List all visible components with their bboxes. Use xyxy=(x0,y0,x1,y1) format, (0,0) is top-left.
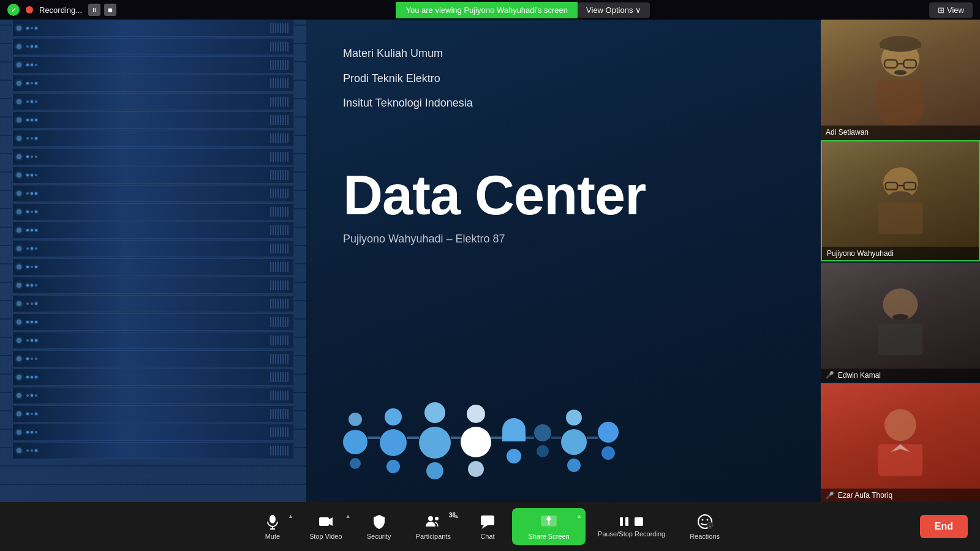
svg-point-6 xyxy=(894,70,907,75)
server-slot xyxy=(12,38,294,55)
participants-icon xyxy=(424,513,442,530)
server-slot xyxy=(12,56,294,73)
video-icon xyxy=(317,513,334,530)
end-button[interactable]: End xyxy=(920,515,968,538)
dot-group-3 xyxy=(419,402,451,479)
server-slot xyxy=(12,93,294,110)
dot-group-1 xyxy=(343,413,368,469)
share-screen-label: Share Screen xyxy=(528,533,569,540)
stop-video-button[interactable]: Stop Video ▲ xyxy=(297,508,355,545)
participant-tile-adi: Adi Setiawan xyxy=(821,20,980,139)
participant-panel: Adi Setiawan Pujiyono Wahyuhadi xyxy=(821,20,980,502)
participants-button[interactable]: 36 Participants ▲ xyxy=(404,508,463,545)
recording-dot xyxy=(26,6,33,13)
security-icon xyxy=(371,513,388,530)
server-slot xyxy=(12,222,294,239)
participants-caret[interactable]: ▲ xyxy=(454,513,459,519)
server-slot xyxy=(12,332,294,349)
svg-point-26 xyxy=(428,516,433,521)
svg-point-38 xyxy=(706,519,708,521)
screen-sharing-banner: You are viewing Pujiyono Wahyuhadi's scr… xyxy=(396,2,578,18)
video-caret[interactable]: ▲ xyxy=(345,513,351,519)
server-slot xyxy=(12,20,294,37)
server-slot xyxy=(12,387,294,404)
svg-point-27 xyxy=(435,517,439,520)
pause-recording-btn[interactable]: ⏸ xyxy=(88,4,100,16)
svg-point-37 xyxy=(701,519,703,521)
participant-name-bar-ezar: 🎤 Ezar Aufa Thoriq xyxy=(821,489,980,502)
reactions-icon: + xyxy=(696,513,714,530)
server-rack-panel xyxy=(0,20,306,502)
dot-group-2 xyxy=(380,408,407,473)
dot-group-6 xyxy=(534,424,551,457)
participant-name-ezar: Ezar Aufa Thoriq xyxy=(838,491,892,500)
pause-stop-recording-button[interactable]: Pause/Stop Recording xyxy=(586,511,677,542)
svg-rect-28 xyxy=(481,515,494,525)
top-bar-right: ⊞ View xyxy=(929,2,973,18)
share-screen-icon xyxy=(540,513,557,530)
security-label: Security xyxy=(367,533,391,540)
slide-subtitle-lines: Materi Kuliah Umum Prodi Teknik Elektro … xyxy=(343,44,473,119)
slide-line2: Prodi Teknik Elektro xyxy=(343,69,473,88)
slide-main-title: Data Center xyxy=(343,168,646,223)
server-slot xyxy=(12,203,294,220)
security-button[interactable]: Security xyxy=(355,508,404,545)
network-decoration xyxy=(343,404,845,478)
view-button[interactable]: ⊞ View xyxy=(929,2,973,18)
participant-name-edwin: Edwin Kamal xyxy=(838,371,881,380)
participant-name-bar-adi: Adi Setiawan xyxy=(821,126,980,139)
server-slot xyxy=(12,130,294,147)
slide-line3: Insitut Teknologi Indonesia xyxy=(343,94,473,113)
pause-icon xyxy=(618,515,630,528)
mic-off-icon-edwin: 🎤 xyxy=(826,371,834,379)
server-slot xyxy=(12,277,294,294)
svg-marker-25 xyxy=(329,517,333,526)
svg-point-21 xyxy=(270,515,276,523)
dot-group-7 xyxy=(561,410,587,472)
chat-button[interactable]: Chat xyxy=(463,508,512,545)
server-slot xyxy=(12,148,294,165)
reactions-button[interactable]: + Reactions xyxy=(677,508,732,545)
mute-button[interactable]: Mute ▲ xyxy=(248,508,297,545)
svg-rect-14 xyxy=(878,202,923,234)
stop-video-label: Stop Video xyxy=(309,533,342,540)
svg-point-16 xyxy=(892,314,908,320)
dot-group-5 xyxy=(502,418,526,463)
mute-label: Mute xyxy=(265,533,280,540)
server-slot xyxy=(12,240,294,257)
participant-tile-edwin: 🎤 Edwin Kamal xyxy=(821,263,980,382)
bottom-toolbar: Mute ▲ Stop Video ▲ Security 36 Particip… xyxy=(0,502,980,551)
dot-group-8 xyxy=(598,422,619,460)
svg-rect-33 xyxy=(620,517,623,526)
participant-name-pujiyono: Pujiyono Wahyuhadi xyxy=(827,249,894,258)
recording-controls: ⏸ ⏹ xyxy=(88,4,116,16)
recording-label: Recording... xyxy=(39,6,82,15)
svg-rect-34 xyxy=(625,517,628,526)
server-slots xyxy=(12,20,294,502)
mute-caret[interactable]: ▲ xyxy=(288,513,293,519)
stop-icon xyxy=(633,515,645,528)
mic-off-icon-ezar: 🎤 xyxy=(826,492,834,500)
svg-rect-8 xyxy=(876,81,924,113)
svg-rect-19 xyxy=(878,444,923,476)
svg-text:+: + xyxy=(709,524,711,528)
server-slot xyxy=(12,442,294,459)
server-slot xyxy=(12,350,294,367)
view-options-button[interactable]: View Options ∨ xyxy=(578,2,650,18)
svg-point-18 xyxy=(884,409,916,441)
server-slot xyxy=(12,405,294,422)
participant-name-bar-pujiyono: Pujiyono Wahyuhadi xyxy=(822,247,979,260)
svg-point-13 xyxy=(889,191,911,201)
server-slot xyxy=(12,111,294,129)
svg-rect-17 xyxy=(878,324,923,356)
server-slot xyxy=(12,313,294,331)
server-slot xyxy=(12,75,294,92)
svg-rect-35 xyxy=(635,517,643,526)
reactions-label: Reactions xyxy=(690,533,720,540)
banner-area: You are viewing Pujiyono Wahyuhadi's scr… xyxy=(396,2,650,18)
participants-label: Participants xyxy=(416,533,451,540)
share-screen-button[interactable]: Share Screen ▲ xyxy=(512,508,586,545)
stop-recording-btn[interactable]: ⏹ xyxy=(104,4,116,16)
svg-rect-2 xyxy=(880,42,921,48)
share-screen-caret[interactable]: ▲ xyxy=(576,513,582,519)
